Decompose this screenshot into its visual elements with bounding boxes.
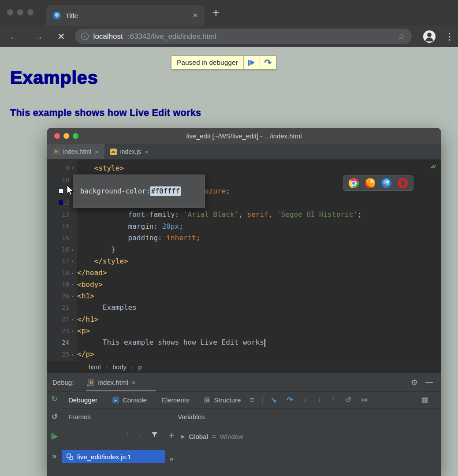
debug-session-tab[interactable]: H index.html × — [88, 379, 135, 386]
fold-collapse-icon[interactable]: ▴ — [71, 271, 74, 275]
previous-frame-icon[interactable]: ↑ — [125, 430, 129, 439]
fold-collapse-icon[interactable]: ▴ — [71, 352, 74, 357]
sync-icon[interactable]: ↺ — [51, 412, 57, 421]
page-title: Examples — [10, 67, 98, 88]
ide-close-button[interactable] — [54, 133, 60, 139]
selected-stack-frame[interactable]: live_edit/index.js:1 — [62, 450, 165, 463]
variables-panel-header: Variables — [165, 409, 441, 425]
tab-close-icon[interactable]: × — [95, 148, 99, 156]
variable-row[interactable]: ▶ Global = Window — [181, 431, 441, 442]
expand-node-icon[interactable]: ▶ — [181, 434, 185, 439]
resume-icon[interactable]: ▶ — [51, 433, 58, 439]
code-line-13[interactable]: 13 font-family: 'Arial Black', serif, 'S… — [47, 209, 441, 220]
filter-funnel-icon[interactable] — [151, 432, 158, 438]
back-button[interactable]: ← — [9, 30, 19, 42]
gutter-fold-column — [69, 209, 77, 220]
ide-minimize-button[interactable] — [63, 133, 69, 139]
debug-view-tab-console[interactable]: ▸Console — [112, 396, 147, 404]
force-step-into-icon[interactable]: ↓ — [317, 395, 321, 405]
breadcrumb-item-html[interactable]: html — [89, 364, 101, 371]
fold-collapse-icon[interactable]: ▴ — [71, 259, 74, 263]
layout-settings-icon[interactable]: ≡ — [249, 395, 254, 405]
fold-expand-icon[interactable]: ▾ — [71, 166, 74, 170]
code-line-23[interactable]: 23▾<p> — [47, 325, 441, 337]
step-over-button[interactable]: ↷ — [260, 56, 276, 69]
ide-title-bar[interactable]: live_edit [~/WS/live_edit] - .../index.h… — [47, 128, 441, 144]
run-to-cursor-icon[interactable]: ↦ — [361, 395, 368, 405]
code-line-18[interactable]: 18▴</head> — [47, 267, 441, 279]
more-actions-icon[interactable]: » — [170, 455, 173, 462]
code-segment: padding: — [77, 234, 166, 242]
ide-zoom-button[interactable] — [73, 133, 78, 139]
stop-loading-button[interactable]: ✕ — [57, 31, 65, 42]
hide-tool-window-icon[interactable]: — — [425, 378, 433, 387]
fold-collapse-icon[interactable]: ▴ — [71, 317, 74, 321]
gear-icon[interactable]: ⚙ — [411, 378, 418, 387]
minimize-window-button[interactable] — [17, 9, 23, 15]
editor-tab-index.js[interactable]: JSindex.js× — [104, 144, 154, 159]
step-out-icon[interactable]: ↑ — [331, 395, 335, 405]
code-line-20[interactable]: 20▾<h1> — [47, 290, 441, 301]
fold-expand-icon[interactable]: ▾ — [71, 329, 74, 333]
url-field[interactable]: i localhost :63342/live_edit/index.html … — [75, 29, 412, 44]
show-execution-point-icon[interactable]: ↘ — [271, 395, 277, 405]
toolbar-divider — [262, 396, 263, 405]
more-icon[interactable]: » — [52, 452, 56, 461]
code-line-21[interactable]: 21 Examples — [47, 302, 441, 313]
color-swatch[interactable] — [59, 200, 63, 205]
inspections-ok-icon[interactable]: ✓✓ — [430, 163, 437, 170]
profile-avatar[interactable] — [423, 30, 436, 43]
browser-menu-icon[interactable]: ⋮ — [445, 31, 454, 42]
mouse-cursor-icon — [66, 185, 74, 196]
breadcrumb-item-body[interactable]: body — [112, 364, 126, 371]
tab-close-icon[interactable]: × — [145, 148, 149, 156]
editor-tab-index.html[interactable]: Hindex.html× — [47, 144, 104, 159]
code-line-14[interactable]: 14 margin: 20px; — [47, 220, 441, 232]
color-swatch[interactable] — [59, 189, 63, 193]
opera-icon[interactable] — [398, 178, 408, 188]
code-line-19[interactable]: 19▾<body> — [47, 279, 441, 290]
browser-tab[interactable]: Title × — [46, 5, 205, 26]
next-frame-icon[interactable]: ↓ — [138, 430, 142, 439]
step-over-icon[interactable]: ↷ — [287, 395, 293, 405]
code-line-17[interactable]: 17▴ </style> — [47, 255, 441, 267]
zoom-window-button[interactable] — [27, 9, 34, 15]
drop-frame-icon[interactable]: ↺ — [345, 395, 351, 405]
code-text: </head> — [77, 268, 107, 277]
debug-view-tab-elements[interactable]: Elements — [162, 396, 190, 404]
new-tab-button[interactable]: + — [212, 6, 220, 20]
bookmark-star-icon[interactable]: ☆ — [398, 31, 406, 42]
code-line-16[interactable]: 16▴ } — [47, 244, 441, 255]
safari-icon[interactable] — [381, 178, 391, 188]
add-watch-icon[interactable]: + — [169, 431, 174, 441]
fold-collapse-icon[interactable]: ▴ — [71, 247, 74, 252]
firefox-icon[interactable] — [365, 178, 375, 188]
forward-button[interactable]: → — [33, 30, 43, 42]
resume-script-button[interactable] — [243, 56, 260, 69]
code-line-24[interactable]: 24 This example shows how Live Edit work… — [47, 337, 441, 348]
debug-view-tab-structure[interactable]: HStructure — [204, 396, 241, 404]
resume-icon — [248, 60, 249, 66]
code-text: <h1> — [77, 292, 94, 300]
safari-icon-needle — [384, 180, 389, 186]
code-line-25[interactable]: 25▴</p> — [47, 348, 441, 360]
code-editor[interactable]: 9▾ <style>10 body {11 background-color: … — [47, 160, 441, 361]
rerun-icon[interactable]: ↻ — [51, 394, 57, 404]
view-as-table-icon[interactable]: ▦ — [421, 395, 428, 405]
tab-close-icon[interactable]: × — [193, 11, 197, 20]
fold-expand-icon[interactable]: ▾ — [71, 282, 74, 286]
site-info-icon[interactable]: i — [81, 33, 89, 40]
debug-session-tab-close-icon[interactable]: × — [132, 379, 136, 386]
close-window-button[interactable] — [7, 9, 13, 15]
tooltip-value-field[interactable]: #f0ffff — [150, 186, 181, 196]
code-line-15[interactable]: 15 padding: inherit; — [47, 232, 441, 243]
step-into-icon[interactable]: ↓ — [303, 395, 307, 405]
gutter-fold-column — [69, 302, 77, 313]
fold-expand-icon[interactable]: ▾ — [71, 294, 74, 298]
code-line-22[interactable]: 22▴</h1> — [47, 313, 441, 325]
code-line-9[interactable]: 9▾ <style> — [47, 162, 441, 174]
chrome-icon[interactable] — [349, 178, 359, 188]
breadcrumb-item-p[interactable]: p — [138, 364, 142, 371]
variable-equals: = — [212, 433, 216, 440]
debug-view-tab-debugger[interactable]: Debugger — [68, 396, 97, 404]
